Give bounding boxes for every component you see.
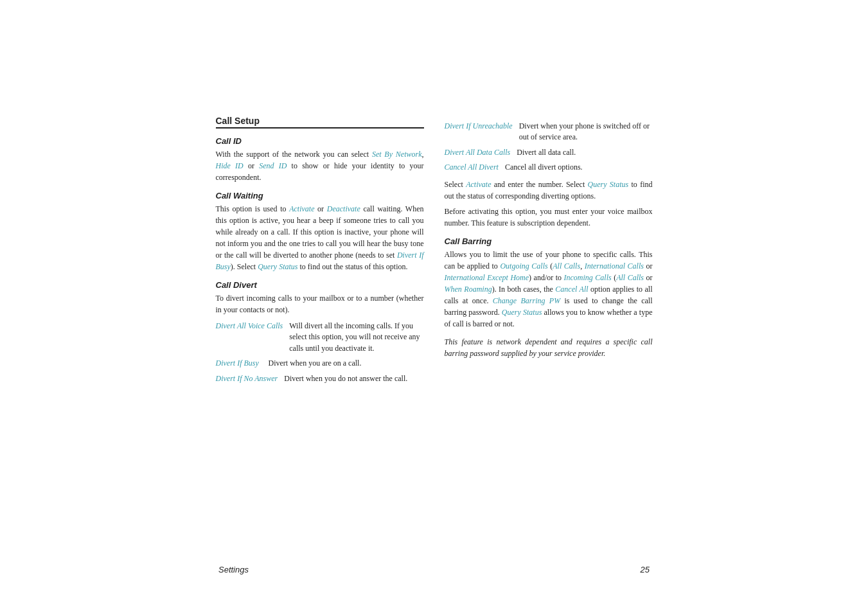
divert-desc-r2: Cancel all divert options.: [505, 162, 653, 173]
cb-text5: ) and/or to: [529, 273, 563, 282]
divert-desc-0: Will divert all the incoming calls. If y…: [289, 321, 423, 354]
list-item: Divert All Voice Calls Will divert all t…: [216, 321, 424, 354]
cb-text7: or: [644, 273, 652, 282]
divert-label-r2: Cancel All Divert: [445, 162, 499, 173]
divert-table-right: Divert If Unreachable Divert when your p…: [445, 121, 653, 173]
calldivert-intro: To divert incoming calls to your mailbox…: [216, 292, 424, 315]
da-text1: Select: [445, 180, 466, 189]
callbarring-title: Call Barring: [445, 236, 653, 246]
cb-text3: ,: [580, 262, 585, 271]
cw-link4[interactable]: Query Status: [258, 262, 297, 271]
divert-activate-text: Select Activate and enter the number. Se…: [445, 179, 653, 202]
callid-body: With the support of the network you can …: [216, 148, 424, 183]
cb-link6[interactable]: All Calls: [616, 273, 644, 282]
callid-text3: or: [244, 161, 259, 170]
cw-link2[interactable]: Deactivate: [327, 204, 360, 213]
cb-text8: ). In both cases, the: [492, 285, 556, 294]
cw-text2: or: [314, 204, 326, 213]
divert-label-2: Divert If No Answer: [216, 373, 278, 384]
cb-link8[interactable]: Cancel All: [555, 285, 588, 294]
da-text2: and enter the number. Select: [491, 180, 587, 189]
list-item: Divert All Data Calls Divert all data ca…: [445, 147, 653, 158]
callwaiting-title: Call Waiting: [216, 191, 424, 200]
left-column: Call Setup Call ID With the support of t…: [216, 116, 424, 388]
cw-text1: This option is used to: [216, 204, 290, 213]
divert-before-text: Before activating this option, you must …: [445, 206, 653, 229]
cw-text5: to find out the status of this option.: [297, 262, 407, 271]
divert-label-r0: Divert If Unreachable: [445, 121, 513, 143]
cb-link3[interactable]: International Calls: [585, 262, 644, 271]
da-link1[interactable]: Activate: [466, 180, 491, 189]
cb-link5[interactable]: Incoming Calls: [564, 273, 612, 282]
divert-label-0: Divert All Voice Calls: [216, 321, 283, 354]
divert-table-left: Divert All Voice Calls Will divert all t…: [216, 321, 424, 384]
cb-link4[interactable]: International Except Home: [445, 273, 529, 282]
cw-link1[interactable]: Activate: [289, 204, 314, 213]
list-item: Divert If Busy Divert when you are on a …: [216, 358, 424, 369]
divert-desc-r1: Divert all data call.: [517, 147, 652, 158]
cb-text4: or: [644, 262, 653, 271]
cb-link10[interactable]: Query Status: [502, 308, 542, 317]
divert-desc-r0: Divert when your phone is switched off o…: [519, 121, 653, 143]
callid-title: Call ID: [216, 136, 424, 146]
cb-link1[interactable]: Outgoing Calls: [500, 262, 547, 271]
barring-note: This feature is network dependent and re…: [445, 336, 653, 359]
divert-desc-2: Divert when you do not answer the call.: [284, 373, 423, 384]
cw-text4: ). Select: [231, 262, 258, 271]
callid-link1[interactable]: Set By Network: [372, 150, 422, 159]
right-column: Divert If Unreachable Divert when your p…: [445, 116, 653, 388]
cb-link9[interactable]: Change Barring PW: [493, 296, 560, 305]
footer-right: 25: [641, 565, 650, 574]
divert-desc-1: Divert when you are on a call.: [269, 358, 424, 369]
section-title: Call Setup: [216, 116, 424, 129]
list-item: Divert If No Answer Divert when you do n…: [216, 373, 424, 384]
calldivert-title: Call Divert: [216, 280, 424, 290]
callwaiting-body: This option is used to Activate or Deact…: [216, 203, 424, 272]
list-item: Divert If Unreachable Divert when your p…: [445, 121, 653, 143]
cb-link7[interactable]: When Roaming: [445, 285, 492, 294]
da-link2[interactable]: Query Status: [588, 180, 629, 189]
callbarring-body: Allows you to limit the use of your phon…: [445, 249, 653, 330]
callid-link2[interactable]: Hide ID: [216, 161, 244, 170]
cb-link2[interactable]: All Calls: [553, 262, 580, 271]
footer: Settings 25: [0, 565, 868, 574]
list-item: Cancel All Divert Cancel all divert opti…: [445, 162, 653, 173]
divert-label-1: Divert If Busy: [216, 358, 262, 369]
callid-link3[interactable]: Send ID: [259, 161, 287, 170]
callid-text1: With the support of the network you can …: [216, 150, 372, 159]
callid-text2: ,: [422, 150, 424, 159]
divert-label-r1: Divert All Data Calls: [445, 147, 511, 158]
footer-left: Settings: [218, 565, 249, 574]
